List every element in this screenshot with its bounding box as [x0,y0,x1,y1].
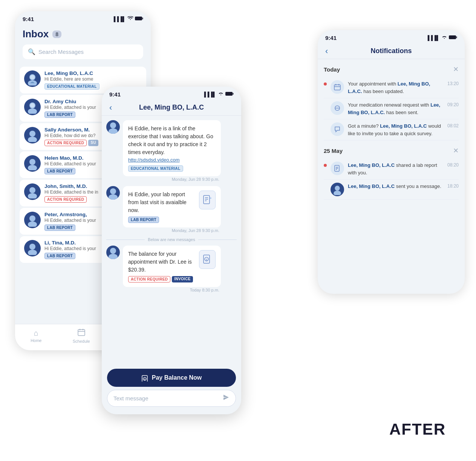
svg-point-49 [335,186,340,191]
notif-calendar-icon [331,80,344,94]
chat-link[interactable]: http://sdsdsd.video.com [128,157,180,163]
notif-item: Lee, Ming BO, L.A.C shared a lab report … [324,159,459,180]
notif-section-25may: 25 May ✕ Lee, Ming BO, L.A.C shared a la… [324,147,459,200]
schedule-icon [77,328,86,338]
signal-icon: ▐▐▐▌ [426,35,440,41]
tag: ACTION REQUIRED [44,140,87,146]
pay-icon: $ [141,374,149,382]
svg-rect-40 [334,85,340,90]
tag: ACTION REQUIRED [44,196,87,203]
tag-invoice: INVOICE [172,276,193,282]
notif-time: 09:20 [447,102,459,107]
chat-bubble: The balance for your appointment with Dr… [123,246,221,287]
notif-text: Lee, Ming BO, L.A.C sent you a message. [348,183,444,190]
avatar [24,240,41,256]
nav-schedule[interactable]: Schedule [73,328,90,343]
tag-action-required: ACTION REQUIRED [128,276,170,282]
invoice-icon: $ [199,250,216,269]
chat-status-icons: ▐▐▐▌ [202,92,234,97]
svg-point-9 [28,137,37,142]
svg-point-13 [28,193,37,198]
notif-item: Lee, Ming BO, L.A.C sent you a message. … [324,180,459,200]
notif-link: Lee, Ming BO, L.A.C. [348,81,430,94]
svg-rect-24 [233,93,234,95]
notif-dot-empty [324,101,327,104]
chat-header: ‹ Lee, Ming BO, L.A.C [102,99,241,116]
notif-text: Got a minute? Lee, Ming BO, L.A.C would … [348,122,444,137]
tag: LAB REPORT [44,168,75,174]
inbox-header: Inbox 8 🔍 Search Messages [15,24,151,65]
notif-dot-empty [324,183,327,186]
notif-item: Got a minute? Lee, Ming BO, L.A.C would … [324,119,459,140]
notif-text: Lee, Ming BO, L.A.C shared a lab report … [348,162,444,176]
signal-icon: ▐▐▐▌ [202,92,216,97]
notif-25may-label: 25 May [324,148,343,154]
notif-header: ‹ Notifications [318,43,465,59]
svg-point-10 [29,159,35,165]
notif-doc-icon [331,162,344,175]
svg-point-50 [334,191,341,195]
svg-point-15 [28,221,37,227]
notif-title: Notifications [370,47,412,55]
notif-link: Lee, Ming BO, L.A.C [348,162,395,168]
avatar [24,183,41,200]
chat-body: Hi Eddie, here is a link of the exercise… [102,116,241,394]
svg-point-8 [29,131,35,137]
notif-close-today[interactable]: ✕ [453,65,459,73]
notif-back-button[interactable]: ‹ [325,46,328,56]
chat-screen: 9:41 ▐▐▐▌ ‹ Lee, Ming BO, L.A.C Hi Edd [102,87,241,414]
chat-status-bar: 9:41 ▐▐▐▌ [102,87,241,99]
chat-title: Lee, Ming BO, L.A.C [139,104,204,111]
svg-rect-29 [204,195,210,204]
avatar [24,99,41,115]
notif-close-25may[interactable]: ✕ [453,147,459,155]
notif-item: Your medication renewal request with Lee… [324,98,459,119]
svg-point-17 [28,250,37,255]
notif-link: Lee, Ming BO, L.A.C [348,183,395,189]
svg-point-26 [109,128,118,134]
search-placeholder: Search Messages [38,49,84,55]
status-bar: 9:41 ▐▐▐▌ [15,11,151,24]
notif-medication-icon [331,101,344,115]
text-message-input[interactable]: Text message [113,395,220,401]
notif-text: Your appointment with Lee, Ming BO, L.A.… [348,80,444,95]
pay-balance-label: Pay Balance Now [152,374,202,381]
search-bar[interactable]: 🔍 Search Messages [23,44,143,59]
chat-avatar [106,246,120,259]
notif-avatar [331,183,344,196]
nav-home[interactable]: ⌂ Home [31,329,41,343]
divider-line [106,240,145,240]
chat-message-text: Hi Eddie, here is a link of the exercise… [128,125,216,156]
divider-text: Below are new messages [148,237,195,242]
status-icons: ▐▐▐▌ [112,16,143,22]
svg-point-11 [28,165,37,170]
svg-text:$: $ [206,258,207,261]
divider-line [198,240,237,240]
svg-point-28 [109,194,118,200]
notif-status-time: 9:41 [325,35,337,41]
chat-message-text: Hi Eddie, your lab report from last visi… [128,191,196,214]
svg-point-25 [110,122,116,128]
notif-status-icons: ▐▐▐▌ [426,35,457,41]
pay-balance-button[interactable]: $ Pay Balance Now [107,369,236,387]
home-icon: ⌂ [34,329,38,337]
back-button[interactable]: ‹ [109,103,112,113]
lab-report-icon [199,191,216,209]
svg-rect-39 [456,37,457,38]
text-input-row[interactable]: Text message [107,390,236,407]
send-icon[interactable] [223,394,230,403]
chat-timestamp: Today 8:30 p.m. [123,288,221,292]
svg-point-12 [29,187,35,193]
chat-avatar [106,120,120,134]
notif-link: Lee, Ming BO, L.A.C. [348,102,440,115]
chat-input-area: $ Pay Balance Now Text message [102,366,241,414]
notif-survey-icon [331,122,344,136]
svg-point-7 [30,103,35,108]
nav-schedule-label: Schedule [73,339,90,343]
notif-text: Your medication renewal request with Lee… [348,101,444,116]
notifications-screen: 9:41 ▐▐▐▌ ‹ Notifications Today ✕ [318,30,465,294]
tag: EDUCATIONAL MATERIAL [44,83,99,90]
avatar [24,127,41,143]
notif-item: Your appointment with Lee, Ming BO, L.A.… [324,77,459,98]
wifi-icon [127,16,133,22]
